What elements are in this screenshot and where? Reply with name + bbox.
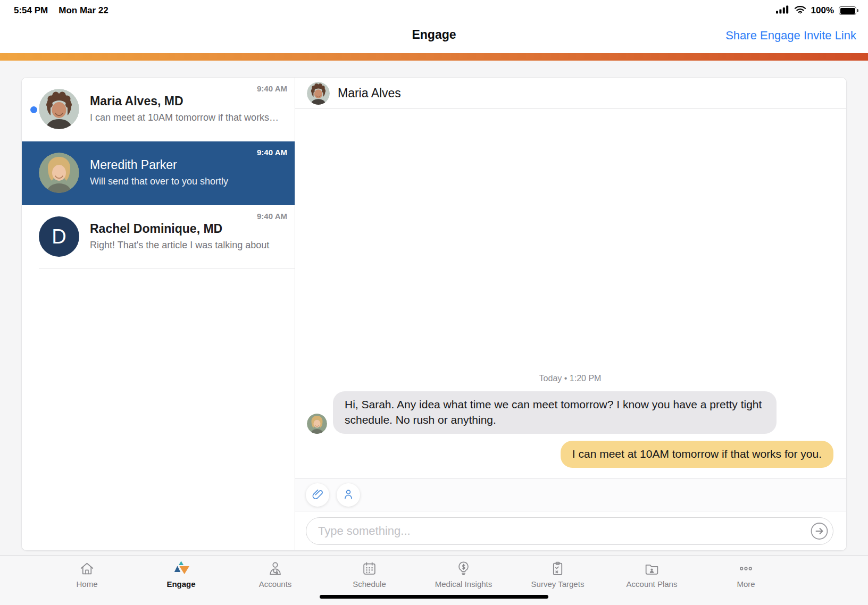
wifi-icon [794, 5, 806, 16]
attach-file-button[interactable] [306, 483, 329, 507]
chat-contact-avatar [307, 82, 330, 105]
battery-percent: 100% [811, 5, 834, 16]
tab-item-more[interactable]: More [699, 559, 793, 605]
orange-accent-bar [0, 53, 868, 61]
composer-toolbar [295, 478, 846, 511]
nav-bar: Engage Share Engage Invite Link [0, 18, 868, 53]
tab-item-engage[interactable]: Engage [134, 559, 228, 605]
more-icon [738, 559, 754, 577]
tab-label: Survey Targets [531, 579, 585, 589]
person-icon [342, 488, 355, 502]
paperclip-icon [311, 488, 324, 502]
battery-icon [839, 6, 856, 15]
conversation-name: Maria Alves, MD [90, 94, 183, 108]
conversation-name: Meredith Parker [90, 158, 177, 172]
clock-date: Mon Mar 22 [59, 5, 108, 16]
avatar-rachel-initial: D [39, 216, 79, 257]
conversation-name: Rachel Dominique, MD [90, 222, 222, 236]
share-contact-button[interactable] [337, 483, 360, 507]
row-divider [39, 268, 295, 269]
conversation-preview: Right! That's the article I was talking … [90, 240, 286, 251]
chat-header: Maria Alves [295, 78, 846, 109]
unread-dot [30, 106, 37, 113]
tab-label: Medical Insights [435, 579, 493, 589]
tab-label: Schedule [353, 579, 386, 589]
conversation-time: 9:40 AM [257, 212, 287, 221]
conversation-preview: I can meet at 10AM tomorrow if that work… [90, 112, 286, 123]
engage-logo-icon [173, 559, 190, 577]
chat-panel: Maria Alves Today • 1:20 PM Hi, Sarah. A… [295, 78, 846, 550]
share-engage-invite-link[interactable]: Share Engage Invite Link [725, 29, 856, 43]
home-icon [79, 559, 95, 577]
tab-label: More [737, 579, 755, 589]
message-outgoing: I can meet at 10AM tomorrow if that work… [307, 441, 833, 468]
conversation-row-rachel[interactable]: 9:40 AM D Rachel Dominique, MD Right! Th… [22, 205, 295, 269]
tab-item-home[interactable]: Home [40, 559, 134, 605]
engage-card: 9:40 AM Maria Alves, MD I can meet at 10… [21, 77, 847, 551]
status-bar: 5:54 PM Mon Mar 22 100% [0, 0, 868, 18]
avatar-maria [39, 89, 79, 129]
conversation-row-maria[interactable]: 9:40 AM Maria Alves, MD I can meet at 10… [22, 78, 295, 141]
medical-insights-icon [455, 559, 472, 577]
date-divider: Today • 1:20 PM [307, 374, 833, 383]
send-button[interactable] [811, 522, 828, 540]
tab-item-accounts[interactable]: Accounts [228, 559, 322, 605]
survey-targets-icon [549, 559, 566, 577]
tab-label: Accounts [259, 579, 292, 589]
cellular-signal-icon [776, 5, 789, 16]
conversation-time: 9:40 AM [257, 84, 287, 93]
message-input[interactable] [306, 517, 833, 545]
clock-time: 5:54 PM [14, 5, 48, 16]
accounts-icon [267, 559, 283, 577]
tab-label: Engage [166, 579, 195, 589]
conversation-list: 9:40 AM Maria Alves, MD I can meet at 10… [22, 78, 295, 550]
message-sender-avatar [307, 414, 327, 434]
chat-message-area: Today • 1:20 PM Hi, Sarah. Any idea what… [295, 109, 846, 478]
avatar-meredith [39, 153, 79, 193]
conversation-time: 9:40 AM [257, 148, 287, 157]
outgoing-message-bubble: I can meet at 10AM tomorrow if that work… [561, 441, 833, 468]
message-incoming: Hi, Sarah. Any idea what time we can mee… [307, 391, 833, 434]
incoming-message-bubble: Hi, Sarah. Any idea what time we can mee… [333, 391, 777, 434]
tab-label: Account Plans [627, 579, 678, 589]
conversation-preview: Will send that over to you shortly [90, 176, 286, 187]
send-icon [811, 533, 828, 541]
account-plans-icon [644, 559, 660, 577]
tab-item-account-plans[interactable]: Account Plans [605, 559, 699, 605]
tab-label: Home [76, 579, 97, 589]
composer [295, 511, 846, 550]
schedule-icon [361, 559, 378, 577]
home-indicator[interactable] [320, 595, 548, 599]
conversation-row-meredith[interactable]: 9:40 AM Meredith Parker Will send that o… [22, 141, 295, 205]
chat-contact-name: Maria Alves [338, 86, 401, 100]
